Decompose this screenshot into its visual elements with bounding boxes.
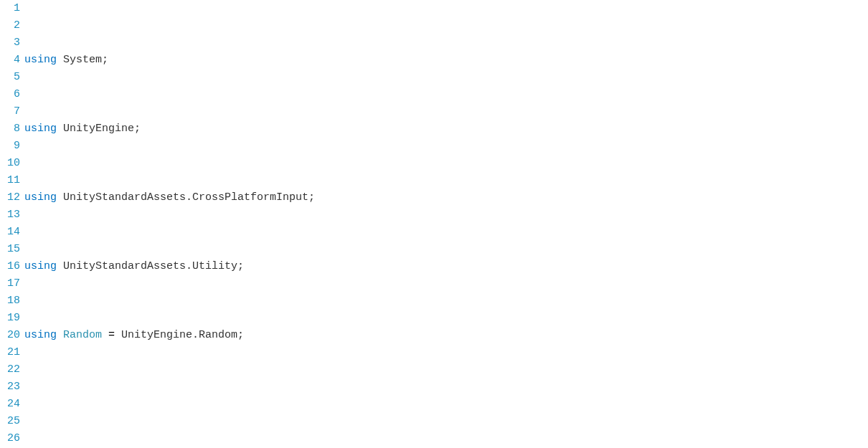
namespace: System; (63, 54, 108, 66)
line-number: 15 (0, 241, 20, 258)
code-area: using System; using UnityEngine; using U… (24, 0, 868, 448)
line-number: 2 (0, 17, 20, 34)
line-number: 7 (0, 103, 20, 120)
namespace: UnityStandardAssets.Utility; (63, 260, 244, 272)
line-number: 25 (0, 413, 20, 430)
code-line: using Random = UnityEngine.Random; (24, 327, 868, 344)
line-number: 13 (0, 206, 20, 224)
alias-name: Random (63, 329, 102, 341)
line-number: 18 (0, 292, 20, 310)
line-number: 24 (0, 396, 20, 413)
line-number: 5 (0, 69, 20, 86)
line-number: 17 (0, 275, 20, 292)
line-number: 10 (0, 155, 20, 172)
line-number-gutter: 1 2 3 4 5 6 7 8 9 10 11 12 13 14 15 16 1… (0, 0, 24, 448)
line-number: 14 (0, 224, 20, 241)
code-line: using System; (24, 52, 868, 69)
line-number: 12 (0, 189, 20, 206)
line-number: 16 (0, 258, 20, 275)
line-number: 3 (0, 34, 20, 52)
keyword-using: using (24, 191, 57, 204)
namespace: UnityEngine; (63, 123, 141, 135)
line-number: 4 (0, 52, 20, 69)
code-editor: 1 2 3 4 5 6 7 8 9 10 11 12 13 14 15 16 1… (0, 0, 868, 448)
namespace: UnityStandardAssets.CrossPlatformInput; (63, 191, 315, 204)
line-number: 1 (0, 0, 20, 17)
code-line: using UnityStandardAssets.CrossPlatformI… (24, 189, 868, 206)
line-number: 6 (0, 86, 20, 103)
namespace: UnityEngine.Random; (121, 329, 244, 341)
keyword-using: using (24, 123, 57, 135)
keyword-using: using (24, 54, 57, 66)
keyword-using: using (24, 260, 57, 272)
line-number: 9 (0, 138, 20, 155)
line-number: 23 (0, 378, 20, 396)
line-number: 21 (0, 344, 20, 361)
line-number: 19 (0, 310, 20, 327)
line-number: 22 (0, 361, 20, 378)
line-number: 8 (0, 120, 20, 138)
line-number: 20 (0, 327, 20, 344)
line-number: 26 (0, 430, 20, 447)
keyword-using: using (24, 329, 57, 341)
code-line: using UnityStandardAssets.Utility; (24, 258, 868, 275)
code-line: using UnityEngine; (24, 120, 868, 138)
code-line-blank (24, 396, 868, 413)
line-number: 11 (0, 172, 20, 189)
